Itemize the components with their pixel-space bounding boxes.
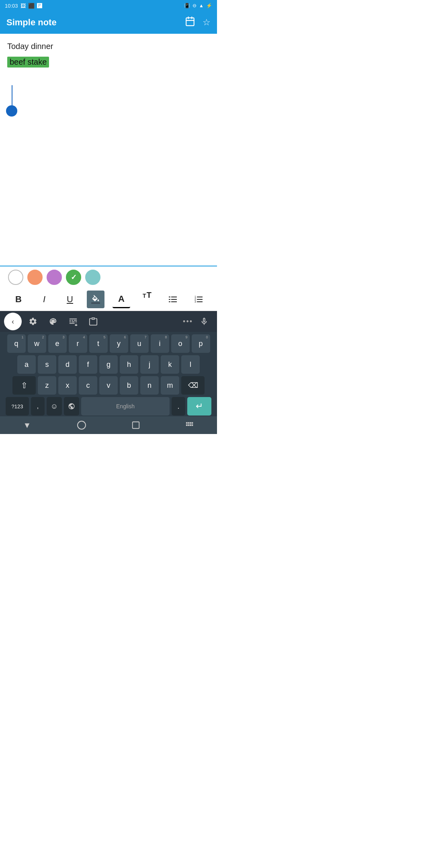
keyboard: 1q 2w 3e 4r 5t 6y 7u 8i 9o 0p a s d f g …: [0, 332, 217, 416]
keyboard-mic-button[interactable]: [195, 313, 213, 330]
keyboard-row-2: a s d f g h j k l: [2, 355, 215, 374]
vibrate-icon: 📳: [184, 3, 190, 8]
nav-home-button[interactable]: [70, 417, 94, 433]
key-space[interactable]: English: [81, 397, 170, 416]
color-teal[interactable]: [85, 270, 100, 285]
key-r[interactable]: 4r: [69, 334, 87, 353]
underline-button[interactable]: U: [61, 291, 79, 308]
note-title: Today dinner: [7, 42, 210, 51]
nav-recent-button[interactable]: [124, 417, 148, 433]
svg-rect-9: [171, 301, 177, 302]
keyboard-back-button[interactable]: ‹: [4, 313, 22, 330]
key-c[interactable]: c: [79, 376, 97, 395]
key-y[interactable]: 6y: [110, 334, 128, 353]
key-j[interactable]: j: [140, 355, 159, 374]
calendar-icon[interactable]: [185, 16, 195, 29]
svg-rect-8: [169, 301, 170, 302]
key-w[interactable]: 2w: [28, 334, 46, 353]
key-i[interactable]: 8i: [151, 334, 169, 353]
key-emoji[interactable]: ☺: [47, 397, 62, 416]
star-icon[interactable]: ☆: [203, 17, 211, 28]
key-h[interactable]: h: [120, 355, 138, 374]
parking-icon: 🅿: [37, 3, 42, 9]
key-e[interactable]: 3e: [48, 334, 67, 353]
svg-rect-16: [70, 319, 77, 319]
app-bar: Simple note ☆: [0, 11, 217, 34]
image-icon: 🖼: [20, 3, 26, 9]
key-u[interactable]: 7u: [130, 334, 149, 353]
svg-rect-33: [186, 424, 187, 426]
key-g[interactable]: g: [99, 355, 118, 374]
keyboard-row-4: ?123 , ☺ English . ↵: [2, 397, 215, 416]
keyboard-row-1: 1q 2w 3e 4r 5t 6y 7u 8i 9o 0p: [2, 334, 215, 353]
key-symbols[interactable]: ?123: [6, 397, 29, 416]
keyboard-more-button[interactable]: •••: [183, 317, 193, 326]
nav-keyboard-switch-button[interactable]: [178, 417, 202, 433]
status-right: 📳 ⊖ ▲ ⚡: [184, 3, 212, 8]
key-n[interactable]: n: [140, 376, 159, 395]
key-o[interactable]: 9o: [171, 334, 190, 353]
key-comma[interactable]: ,: [31, 397, 45, 416]
ordered-list-button[interactable]: 1 2 3: [190, 291, 207, 308]
app-title: Simple note: [6, 17, 57, 28]
battery-icon: ⚡: [206, 3, 212, 8]
key-v[interactable]: v: [99, 376, 118, 395]
key-enter[interactable]: ↵: [187, 397, 211, 416]
key-globe[interactable]: [64, 397, 79, 416]
key-shift[interactable]: ⇧: [12, 376, 36, 395]
key-b[interactable]: b: [120, 376, 138, 395]
paint-bucket-button[interactable]: [87, 291, 104, 308]
color-green[interactable]: ✓: [66, 270, 81, 285]
unordered-list-button[interactable]: [164, 291, 182, 308]
svg-rect-4: [169, 297, 170, 297]
svg-rect-23: [70, 323, 75, 324]
status-bar: 10:03 🖼 ⬛ 🅿 📳 ⊖ ▲ ⚡: [0, 0, 217, 11]
color-orange[interactable]: [27, 270, 43, 285]
italic-button[interactable]: I: [35, 291, 53, 308]
note-area[interactable]: Today dinner beef stake: [0, 34, 217, 68]
svg-rect-22: [76, 320, 77, 321]
key-backspace[interactable]: ⌫: [181, 376, 205, 395]
svg-rect-34: [188, 424, 189, 426]
key-l[interactable]: l: [181, 355, 200, 374]
app-bar-icons: ☆: [185, 16, 211, 29]
svg-rect-26: [92, 318, 94, 319]
key-a[interactable]: a: [17, 355, 36, 374]
key-z[interactable]: z: [38, 376, 56, 395]
svg-rect-0: [186, 18, 194, 26]
cursor-drop: [6, 105, 17, 117]
svg-rect-30: [188, 422, 189, 424]
svg-text:3: 3: [194, 300, 196, 303]
keyboard-hide-button[interactable]: [64, 313, 82, 330]
font-color-button[interactable]: A: [113, 291, 130, 308]
svg-rect-28: [132, 422, 139, 429]
color-white[interactable]: [8, 270, 23, 285]
key-p[interactable]: 0p: [192, 334, 210, 353]
keyboard-clipboard-button[interactable]: [84, 313, 102, 330]
key-t[interactable]: 5t: [89, 334, 108, 353]
editor-bottom-line: [0, 266, 217, 266]
nav-back-button[interactable]: ▼: [15, 417, 39, 433]
key-period[interactable]: .: [172, 397, 185, 416]
note-wrapper: Today dinner beef stake: [0, 34, 217, 266]
key-f[interactable]: f: [79, 355, 97, 374]
text-size-button[interactable]: TT: [138, 291, 156, 308]
svg-rect-31: [190, 422, 191, 424]
key-x[interactable]: x: [58, 376, 77, 395]
keyboard-settings-button[interactable]: [24, 313, 42, 330]
bold-button[interactable]: B: [10, 291, 27, 308]
keyboard-row-3: ⇧ z x c v b n m ⌫: [2, 376, 215, 395]
note-highlighted-text[interactable]: beef stake: [7, 57, 49, 68]
key-m[interactable]: m: [161, 376, 179, 395]
color-purple[interactable]: [47, 270, 62, 285]
stop-icon: ⬛: [28, 3, 35, 9]
key-d[interactable]: d: [58, 355, 77, 374]
wifi-icon: ▲: [199, 3, 204, 8]
svg-rect-15: [197, 301, 203, 302]
key-k[interactable]: k: [161, 355, 179, 374]
bottom-nav: ▼: [0, 416, 217, 434]
svg-rect-17: [70, 320, 71, 321]
keyboard-palette-button[interactable]: [44, 313, 62, 330]
key-s[interactable]: s: [38, 355, 56, 374]
key-q[interactable]: 1q: [7, 334, 26, 353]
